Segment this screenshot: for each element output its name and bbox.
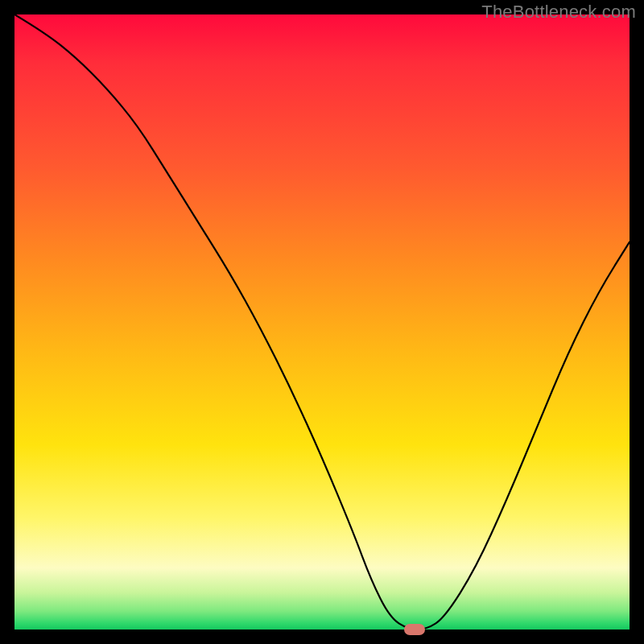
watermark-text: TheBottleneck.com (481, 2, 636, 23)
plot-area (14, 14, 630, 630)
chart-frame: TheBottleneck.com (0, 0, 644, 644)
bottleneck-curve (14, 14, 630, 630)
optimum-marker (404, 624, 425, 635)
